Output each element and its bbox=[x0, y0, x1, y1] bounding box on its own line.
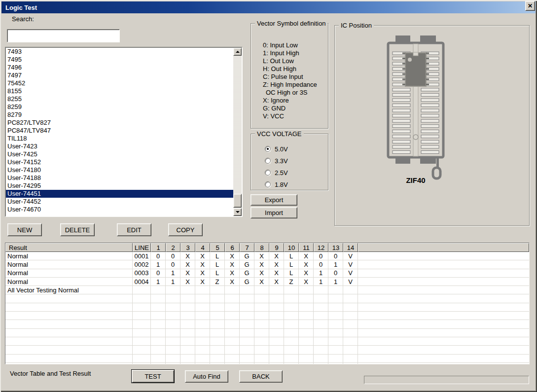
list-item-7495[interactable]: 7495 bbox=[6, 56, 233, 64]
header-cell-LINE[interactable]: LINE bbox=[133, 243, 151, 252]
radio-icon[interactable] bbox=[265, 146, 271, 152]
table-row-line-0001[interactable]: Normal000100XXLXGXXLX00V bbox=[5, 252, 529, 260]
list-item-8155[interactable]: 8155 bbox=[6, 87, 233, 95]
list-item-75452[interactable]: 75452 bbox=[6, 79, 233, 87]
radio-icon[interactable] bbox=[265, 158, 271, 164]
header-cell-4[interactable]: 4 bbox=[195, 243, 210, 252]
header-cell-8[interactable]: 8 bbox=[254, 243, 269, 252]
header-cell-9[interactable]: 9 bbox=[269, 243, 284, 252]
table-cell bbox=[299, 320, 314, 328]
scroll-up-button[interactable] bbox=[233, 48, 242, 56]
back-button[interactable]: BACK bbox=[239, 370, 283, 383]
header-cell-Result[interactable]: Result bbox=[5, 243, 133, 252]
table-cell bbox=[195, 312, 210, 320]
list-item-User-74295[interactable]: User-74295 bbox=[6, 182, 233, 190]
table-cell bbox=[133, 337, 151, 346]
list-item-8279[interactable]: 8279 bbox=[6, 111, 233, 119]
table-empty-row[interactable] bbox=[5, 312, 529, 320]
vector-symbol-group-title: Vector Symbol definition bbox=[255, 20, 327, 27]
table-summary-row[interactable]: All Vector Testing Normal bbox=[5, 286, 529, 294]
new-button[interactable]: NEW bbox=[7, 223, 42, 236]
list-item-User-74670[interactable]: User-74670 bbox=[6, 206, 233, 214]
list-item-User-74451[interactable]: User-74451 bbox=[6, 190, 233, 198]
radio-option-1.8V[interactable]: 1.8V bbox=[265, 178, 288, 190]
list-item-User-74180[interactable]: User-74180 bbox=[6, 166, 233, 174]
table-empty-row[interactable] bbox=[5, 294, 529, 303]
table-cell: 1 bbox=[314, 269, 328, 278]
test-button[interactable]: TEST bbox=[131, 369, 175, 383]
table-cell bbox=[180, 320, 195, 328]
list-item-User-7423[interactable]: User-7423 bbox=[6, 143, 233, 150]
list-item-8255[interactable]: 8255 bbox=[6, 95, 233, 103]
table-cell bbox=[5, 363, 133, 364]
table-empty-row[interactable] bbox=[5, 355, 529, 363]
list-item-7497[interactable]: 7497 bbox=[6, 71, 233, 79]
list-item-TIL118[interactable]: TIL118 bbox=[6, 135, 233, 143]
list-item-8259[interactable]: 8259 bbox=[6, 103, 233, 111]
table-cell bbox=[133, 294, 151, 303]
radio-option-2.5V[interactable]: 2.5V bbox=[265, 167, 288, 178]
table-cell bbox=[269, 320, 284, 328]
radio-icon[interactable] bbox=[265, 181, 271, 187]
table-cell: Z bbox=[210, 278, 225, 286]
table-cell bbox=[328, 329, 343, 337]
radio-option-3.3V[interactable]: 3.3V bbox=[265, 155, 288, 167]
table-row-line-0002[interactable]: Normal000210XXLXGXXLX01V bbox=[5, 260, 529, 269]
close-button[interactable]: ✕ bbox=[525, 1, 535, 11]
list-item-User-7425[interactable]: User-7425 bbox=[6, 150, 233, 158]
table-cell: 0 bbox=[151, 269, 166, 278]
table-empty-row[interactable] bbox=[5, 320, 529, 328]
list-item-PC827/LTV827[interactable]: PC827/LTV827 bbox=[6, 119, 233, 127]
table-cell-filler bbox=[358, 329, 529, 337]
header-cell-6[interactable]: 6 bbox=[225, 243, 240, 252]
table-cell bbox=[151, 346, 166, 354]
header-cell-13[interactable]: 13 bbox=[328, 243, 343, 252]
list-item-7496[interactable]: 7496 bbox=[6, 64, 233, 71]
table-empty-row[interactable] bbox=[5, 329, 529, 337]
header-cell-14[interactable]: 14 bbox=[343, 243, 358, 252]
table-cell: 0 bbox=[166, 260, 180, 269]
table-cell: X bbox=[195, 278, 210, 286]
table-row-line-0004[interactable]: Normal000411XXZXGXXZX11V bbox=[5, 278, 529, 286]
export-button[interactable]: Export bbox=[251, 194, 297, 206]
list-item-User-74452[interactable]: User-74452 bbox=[6, 198, 233, 206]
edit-button[interactable]: EDIT bbox=[117, 223, 151, 236]
list-item-PC847/LTV847[interactable]: PC847/LTV847 bbox=[6, 127, 233, 135]
delete-button[interactable]: DELETE bbox=[60, 223, 95, 236]
header-cell-3[interactable]: 3 bbox=[180, 243, 195, 252]
radio-icon[interactable] bbox=[265, 170, 271, 176]
table-cell: X bbox=[225, 260, 240, 269]
copy-button[interactable]: COPY bbox=[168, 223, 203, 236]
header-cell-10[interactable]: 10 bbox=[284, 243, 299, 252]
table-row-line-0003[interactable]: Normal000301XXLXGXXLX10V bbox=[5, 269, 529, 278]
table-cell bbox=[180, 329, 195, 337]
auto-find-button[interactable]: Auto Find bbox=[185, 370, 228, 383]
table-empty-row[interactable] bbox=[5, 363, 529, 364]
table-cell bbox=[343, 329, 358, 337]
scrollbar-thumb[interactable] bbox=[233, 194, 242, 208]
table-cell bbox=[133, 346, 151, 354]
table-empty-row[interactable] bbox=[5, 303, 529, 312]
header-cell-7[interactable]: 7 bbox=[240, 243, 254, 252]
list-item-User-74188[interactable]: User-74188 bbox=[6, 174, 233, 182]
header-cell-2[interactable]: 2 bbox=[166, 243, 180, 252]
vector-symbol-lines: 0: Input Low1: Input HighL: Out LowH: Ou… bbox=[263, 41, 317, 120]
header-cell-5[interactable]: 5 bbox=[210, 243, 225, 252]
list-item-7493[interactable]: 7493 bbox=[6, 48, 233, 56]
table-empty-row[interactable] bbox=[5, 346, 529, 354]
table-cell bbox=[225, 286, 240, 294]
list-item-User-74152[interactable]: User-74152 bbox=[6, 158, 233, 166]
chip-notch bbox=[413, 52, 418, 56]
scroll-down-button[interactable] bbox=[233, 208, 242, 216]
header-cell-11[interactable]: 11 bbox=[299, 243, 314, 252]
radio-option-5.0V[interactable]: 5.0V bbox=[265, 143, 288, 155]
table-cell bbox=[180, 363, 195, 364]
header-cell-1[interactable]: 1 bbox=[151, 243, 166, 252]
search-input[interactable] bbox=[7, 29, 120, 42]
header-cell-12[interactable]: 12 bbox=[314, 243, 328, 252]
table-empty-row[interactable] bbox=[5, 337, 529, 346]
window-title: Logic Test bbox=[1, 4, 37, 11]
table-cell bbox=[166, 363, 180, 364]
import-button[interactable]: Import bbox=[251, 207, 297, 218]
status-label: Vector Table and Test Result bbox=[10, 370, 91, 377]
